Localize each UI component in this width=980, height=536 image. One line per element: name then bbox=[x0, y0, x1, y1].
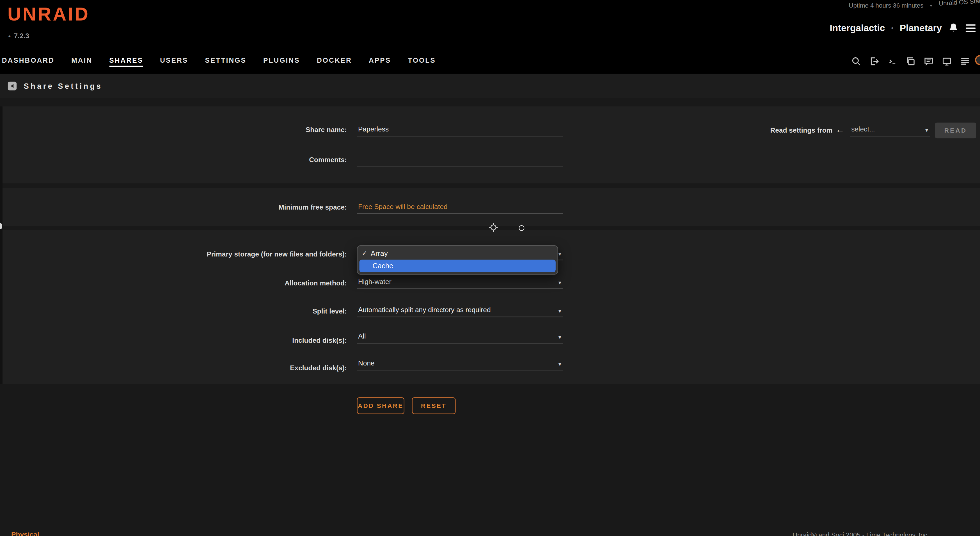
log-icon[interactable] bbox=[960, 56, 970, 66]
nav-item-apps[interactable]: APPS bbox=[369, 56, 391, 67]
minimum-free-space-label: Minimum free space: bbox=[0, 203, 347, 211]
reset-button[interactable]: RESET bbox=[412, 397, 456, 414]
included-disks-label: Included disk(s): bbox=[0, 337, 347, 344]
chevron-down-icon: ▾ bbox=[558, 279, 561, 286]
notifications-bell-icon[interactable] bbox=[948, 22, 959, 33]
dropdown-option-label: Cache bbox=[372, 262, 393, 270]
footer-copyright: Unraid® and Soci 2005 - Lime Technology,… bbox=[792, 531, 927, 536]
arrow-left-icon: ← bbox=[836, 124, 845, 134]
add-share-button[interactable]: ADD SHARE bbox=[357, 397, 404, 414]
excluded-disks-value: None bbox=[358, 359, 375, 366]
nav-item-tools[interactable]: TOOLS bbox=[408, 56, 436, 67]
allocation-method-select[interactable]: High-water ▾ bbox=[357, 275, 563, 289]
menu-hamburger-icon[interactable] bbox=[965, 24, 976, 32]
nav-item-settings[interactable]: SETTINGS bbox=[205, 56, 246, 67]
nav-item-plugins[interactable]: PLUGINS bbox=[263, 56, 300, 67]
share-name-input[interactable] bbox=[357, 123, 563, 136]
included-disks-select[interactable]: All ▾ bbox=[357, 330, 563, 344]
feedback-icon[interactable] bbox=[924, 56, 934, 66]
primary-storage-label: Primary storage (for new files and folde… bbox=[0, 250, 347, 258]
excluded-disks-select[interactable]: None ▾ bbox=[357, 356, 563, 370]
monitor-icon[interactable] bbox=[942, 56, 952, 66]
included-disks-value: All bbox=[358, 332, 366, 339]
split-level-select[interactable]: Automatically split any directory as req… bbox=[357, 303, 563, 317]
page-title: Share Settings bbox=[24, 82, 103, 91]
chevron-down-icon: ▾ bbox=[558, 308, 561, 314]
server-identity: Intergalactic • Planetary bbox=[830, 22, 976, 33]
allocation-method-value: High-water bbox=[358, 278, 391, 285]
chevron-down-icon: ▾ bbox=[558, 251, 561, 257]
version-label: ● 7.2.3 bbox=[8, 32, 29, 40]
terminal-icon[interactable] bbox=[888, 56, 897, 66]
dropdown-option-array[interactable]: ✓ Array bbox=[358, 246, 558, 260]
check-icon: ✓ bbox=[362, 250, 368, 257]
allocation-method-label: Allocation method: bbox=[0, 279, 347, 287]
copy-icon[interactable] bbox=[906, 56, 916, 66]
minimum-free-space-input[interactable] bbox=[357, 200, 563, 214]
crosshair-cursor-icon bbox=[489, 223, 498, 234]
page-title-bar: Share Settings bbox=[0, 74, 980, 98]
share-name-label: Share name: bbox=[0, 126, 347, 134]
chevron-down-icon: ▾ bbox=[925, 127, 928, 133]
left-edge-marker bbox=[0, 223, 2, 229]
split-level-label: Split level: bbox=[0, 307, 347, 314]
uptime-text: Uptime 4 hours 36 minutes bbox=[849, 2, 923, 9]
click-ring-indicator bbox=[519, 225, 524, 231]
version-dot-icon: ● bbox=[8, 34, 11, 38]
read-settings-select[interactable]: select... ▾ bbox=[850, 123, 930, 136]
server-name: Intergalactic bbox=[830, 22, 885, 33]
comments-input[interactable] bbox=[357, 153, 563, 166]
read-settings-label: Read settings from bbox=[719, 126, 832, 134]
nav-item-users[interactable]: USERS bbox=[160, 56, 188, 67]
read-button[interactable]: READ bbox=[935, 123, 976, 138]
version-number: 7.2.3 bbox=[14, 32, 29, 40]
chevron-down-icon: ▾ bbox=[558, 361, 561, 367]
form-section-identity bbox=[0, 107, 980, 183]
footer-link[interactable]: Physical bbox=[11, 531, 39, 536]
search-icon[interactable] bbox=[851, 56, 861, 66]
nav-item-dashboard[interactable]: DASHBOARD bbox=[2, 56, 54, 67]
logout-icon[interactable] bbox=[869, 56, 880, 66]
header-toolbar bbox=[851, 51, 970, 71]
main-nav: DASHBOARD MAIN SHARES USERS SETTINGS PLU… bbox=[0, 51, 980, 71]
excluded-disks-label: Excluded disk(s): bbox=[0, 364, 347, 372]
unraid-logo[interactable]: UNRAID bbox=[8, 4, 90, 25]
nav-item-docker[interactable]: DOCKER bbox=[317, 56, 352, 67]
chevron-down-icon: ▾ bbox=[558, 334, 561, 340]
comments-label: Comments: bbox=[0, 156, 347, 163]
nav-item-main[interactable]: MAIN bbox=[71, 56, 92, 67]
nav-item-shares[interactable]: SHARES bbox=[109, 56, 143, 67]
primary-storage-dropdown: ✓ Array Cache bbox=[357, 245, 558, 275]
back-icon[interactable] bbox=[8, 81, 17, 91]
split-level-value: Automatically split any directory as req… bbox=[358, 306, 490, 313]
uptime-separator: • bbox=[930, 2, 932, 9]
dropdown-option-label: Array bbox=[371, 249, 388, 257]
unraid-webgui: UNRAID ● 7.2.3 Uptime 4 hours 36 minutes… bbox=[0, 0, 980, 536]
dropdown-option-cache[interactable]: Cache bbox=[360, 260, 556, 272]
server-description: Planetary bbox=[900, 22, 942, 33]
license-ribbon: Unraid OS Starter bbox=[939, 0, 980, 7]
read-settings-selected-value: select... bbox=[851, 125, 875, 132]
server-separator: • bbox=[891, 24, 894, 31]
